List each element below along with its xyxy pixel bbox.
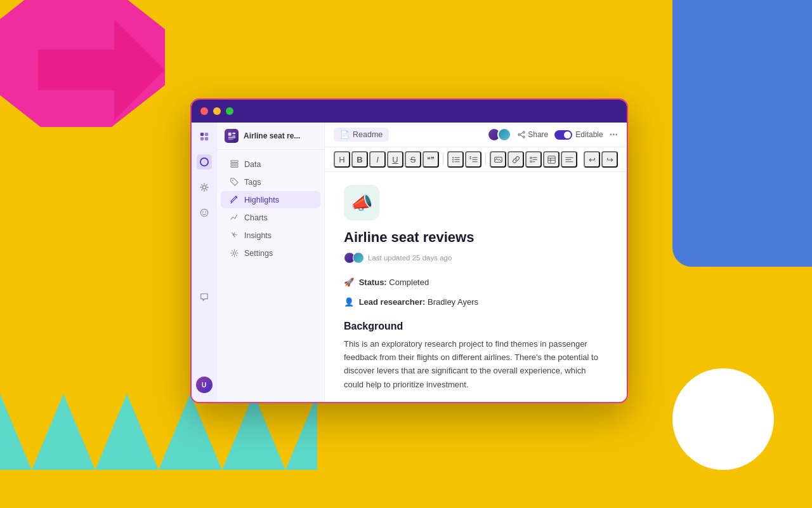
svg-rect-11 (232, 135, 235, 136)
svg-rect-9 (228, 132, 231, 135)
svg-point-22 (452, 157, 454, 158)
researcher-emoji: 👤 (344, 297, 354, 307)
window-body: U Airline seat re... Data (192, 123, 627, 402)
status-label: Status: (359, 277, 387, 287)
format-toolbar: H B I U S ❝❞ (325, 147, 627, 172)
format-strikethrough[interactable]: S (405, 151, 421, 168)
sidebar-item-insights-label: Insights (244, 231, 272, 240)
format-unordered-list[interactable] (447, 151, 464, 168)
tab-label: Readme (353, 130, 383, 139)
format-align[interactable] (561, 151, 577, 168)
sidebar-header: Airline seat re... (217, 123, 324, 150)
traffic-light-yellow[interactable] (213, 107, 221, 115)
editable-label: Editable (575, 130, 603, 139)
svg-point-17 (232, 180, 233, 181)
format-separator-1 (443, 154, 443, 165)
mini-icon-home[interactable] (197, 129, 212, 144)
sidebar-item-data-label: Data (244, 160, 261, 169)
format-link[interactable] (508, 151, 524, 168)
svg-rect-0 (200, 133, 203, 136)
svg-point-7 (202, 211, 203, 213)
svg-rect-15 (231, 163, 238, 164)
svg-point-26 (496, 158, 497, 159)
editable-toggle[interactable]: Editable (554, 130, 603, 140)
svg-rect-12 (228, 137, 235, 138)
mini-icon-face[interactable] (197, 205, 212, 220)
svg-point-5 (202, 185, 206, 189)
bg-white-circle (672, 368, 774, 470)
traffic-light-green[interactable] (226, 107, 233, 115)
collaborator-avatar-2 (497, 128, 511, 142)
redo-button[interactable]: ↪ (601, 151, 618, 168)
sidebar-nav: Data Tags Highlights (217, 150, 324, 402)
svg-rect-14 (231, 161, 238, 162)
format-link2[interactable] (525, 151, 542, 168)
researcher-value: Bradley Ayers (428, 297, 478, 307)
sidebar-item-insights[interactable]: Insights (221, 227, 320, 244)
svg-rect-13 (228, 138, 233, 140)
researcher-field: 👤 Lead researcher: Bradley Ayers (344, 296, 608, 309)
sidebar-item-charts-label: Charts (244, 213, 268, 222)
doc-meta: Last updated 25 days ago (344, 252, 608, 264)
user-avatar-mini[interactable]: U (196, 377, 213, 393)
svg-rect-29 (547, 156, 554, 163)
svg-rect-10 (232, 132, 235, 133)
format-image[interactable] (490, 151, 506, 168)
tags-icon (230, 177, 239, 187)
tab-icon: 📄 (340, 130, 350, 139)
sidebar-item-settings[interactable]: Settings (221, 244, 320, 262)
sidebar-item-highlights-label: Highlights (244, 196, 279, 204)
mini-icon-chat[interactable] (197, 290, 212, 305)
sidebar: Airline seat re... Data Tags (217, 123, 325, 402)
svg-rect-1 (204, 133, 207, 136)
svg-rect-27 (530, 157, 531, 158)
sidebar-app-icon (225, 129, 239, 143)
traffic-light-red[interactable] (200, 107, 208, 115)
sidebar-item-tags[interactable]: Tags (221, 173, 320, 190)
undo-redo-group: ↩ ↪ (584, 151, 618, 168)
svg-rect-2 (200, 137, 203, 140)
format-quote[interactable]: ❝❞ (422, 151, 439, 168)
format-heading[interactable]: H (334, 151, 350, 168)
mini-sidebar: U (192, 123, 217, 402)
share-button[interactable]: Share (518, 130, 548, 139)
readme-tab[interactable]: 📄 Readme (334, 128, 389, 142)
sidebar-item-data[interactable]: Data (221, 156, 320, 173)
format-italic[interactable]: I (369, 151, 386, 168)
meta-last-updated: Last updated 25 days ago (368, 254, 452, 262)
status-field: 🚀 Status: Completed (344, 276, 608, 290)
svg-point-24 (452, 161, 454, 162)
svg-rect-3 (204, 137, 207, 140)
charts-icon (230, 213, 239, 222)
status-value: Completed (389, 277, 429, 287)
more-button[interactable]: ··· (610, 129, 618, 140)
format-underline[interactable]: U (387, 151, 403, 168)
share-label: Share (528, 130, 548, 139)
svg-point-18 (233, 251, 235, 254)
doc-title: Airline seat reviews (344, 229, 608, 246)
doc-icon: 📣 (344, 185, 379, 220)
insights-icon (230, 231, 239, 240)
mini-icon-settings[interactable] (197, 180, 212, 195)
sidebar-item-tags-label: Tags (244, 178, 261, 187)
undo-button[interactable]: ↩ (584, 151, 600, 168)
format-table[interactable] (543, 151, 560, 168)
svg-point-8 (205, 211, 206, 213)
sidebar-project-name: Airline seat re... (244, 131, 300, 140)
svg-point-23 (452, 159, 454, 160)
main-panel: 📄 Readme Share Editable (325, 123, 627, 402)
sidebar-item-highlights[interactable]: Highlights (221, 191, 320, 208)
svg-point-20 (523, 136, 525, 138)
format-bold[interactable]: B (351, 151, 368, 168)
svg-rect-16 (231, 166, 238, 167)
toggle-pill[interactable] (554, 130, 572, 140)
sidebar-item-charts[interactable]: Charts (221, 209, 320, 226)
bg-blue-rect (672, 0, 812, 267)
svg-rect-28 (530, 161, 531, 162)
mini-icon-project[interactable] (197, 154, 212, 170)
app-window: U Airline seat re... Data (190, 98, 628, 403)
data-icon (230, 159, 239, 169)
format-ordered-list[interactable] (465, 151, 481, 168)
bg-cyan-zigzag (0, 394, 317, 470)
settings-icon (230, 248, 239, 258)
